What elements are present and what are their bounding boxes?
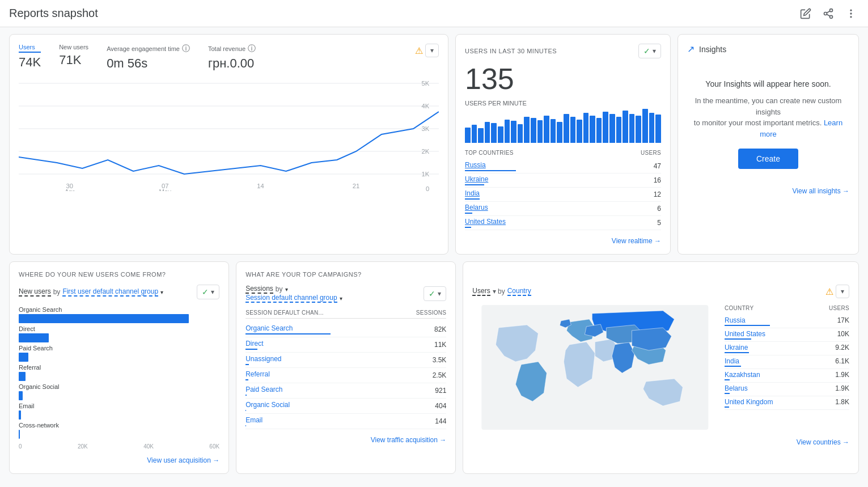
geo-country-bar bbox=[725, 366, 741, 367]
info-icon[interactable]: ⓘ bbox=[182, 44, 190, 54]
top-row: Users 74K New users 71K Average engageme… bbox=[9, 34, 859, 255]
session-value: 2.5K bbox=[433, 371, 447, 379]
session-name[interactable]: Email bbox=[245, 416, 262, 424]
session-col: Paid Search bbox=[245, 386, 282, 396]
geo-country-row: Russia 17K bbox=[725, 315, 849, 328]
session-value: 82K bbox=[434, 325, 446, 333]
realtime-bar bbox=[655, 115, 661, 143]
x-axis: 020K40K60K bbox=[19, 443, 219, 450]
share-icon[interactable] bbox=[820, 6, 836, 22]
realtime-bar bbox=[583, 113, 589, 143]
country-name[interactable]: Belarus bbox=[465, 204, 488, 211]
session-name[interactable]: Organic Social bbox=[245, 401, 290, 409]
geo-country-name[interactable]: India bbox=[725, 357, 741, 365]
svg-text:21: 21 bbox=[353, 183, 360, 189]
session-row: Unassigned 3.5K bbox=[245, 353, 446, 368]
country-row: Belarus 6 bbox=[465, 202, 661, 216]
sessions-label[interactable]: Sessions bbox=[245, 285, 273, 294]
card1-dropdown[interactable]: ▾ bbox=[425, 44, 439, 57]
realtime-bar bbox=[623, 111, 628, 143]
country-count: 6 bbox=[657, 205, 661, 213]
view-countries-link[interactable]: View countries → bbox=[797, 438, 849, 446]
horiz-bar-label: Organic Social bbox=[19, 383, 219, 390]
svg-text:4K: 4K bbox=[421, 103, 429, 109]
horiz-bar-label: Referral bbox=[19, 364, 219, 371]
sessions-by: by bbox=[276, 285, 283, 293]
geo-country-value: 17K bbox=[837, 316, 849, 326]
geo-country-name[interactable]: Kazakhstan bbox=[725, 371, 760, 379]
svg-line-4 bbox=[827, 11, 830, 12]
geo-list-header: COUNTRY USERS bbox=[725, 305, 849, 311]
horiz-bar-container: Organic Social bbox=[19, 383, 219, 400]
session-name[interactable]: Referral bbox=[245, 370, 270, 378]
view-all-insights-link[interactable]: View all insights → bbox=[793, 187, 850, 195]
view-traffic-link[interactable]: View traffic acquisition → bbox=[371, 436, 447, 444]
session-row: Organic Search 82K bbox=[245, 322, 446, 337]
session-col: Email bbox=[245, 416, 262, 426]
session-name[interactable]: Direct bbox=[245, 340, 263, 348]
chart-metric-label[interactable]: New users bbox=[19, 287, 51, 297]
country-name[interactable]: Russia bbox=[465, 161, 516, 169]
session-name[interactable]: Paid Search bbox=[245, 386, 282, 393]
geo-country-name[interactable]: Ukraine bbox=[725, 344, 749, 352]
x-axis-label: 20K bbox=[78, 443, 88, 450]
geo-country-bar bbox=[725, 338, 751, 340]
session-value: 144 bbox=[435, 417, 446, 425]
revenue-info-icon[interactable]: ⓘ bbox=[248, 44, 256, 54]
chart-dimension-label[interactable]: First user default channel group bbox=[62, 287, 158, 297]
edit-icon[interactable] bbox=[798, 6, 814, 22]
realtime-bar bbox=[577, 120, 582, 143]
geo-country-name[interactable]: United Kingdom bbox=[725, 398, 773, 406]
check-icon-3: ✓ bbox=[429, 289, 435, 298]
realtime-bar bbox=[505, 120, 510, 143]
realtime-bar bbox=[465, 128, 471, 143]
user-acq-dropdown[interactable]: ✓ ▾ bbox=[197, 285, 219, 299]
geo-metric-label[interactable]: Users bbox=[472, 287, 490, 296]
geo-country-name[interactable]: Belarus bbox=[725, 384, 748, 392]
realtime-header: USERS IN LAST 30 MINUTES ✓ ▾ bbox=[465, 44, 661, 58]
country-count: 47 bbox=[654, 162, 661, 170]
realtime-card: USERS IN LAST 30 MINUTES ✓ ▾ 135 USERS P… bbox=[455, 34, 671, 255]
insights-main-text: Your Insights will appear here soon. bbox=[687, 79, 849, 88]
realtime-title: USERS IN LAST 30 MINUTES bbox=[465, 48, 557, 54]
svg-point-1 bbox=[824, 12, 827, 15]
view-realtime-link[interactable]: View realtime → bbox=[612, 237, 661, 245]
campaigns-dropdown[interactable]: ✓ ▾ bbox=[424, 286, 446, 301]
country-name[interactable]: United States bbox=[465, 218, 506, 226]
view-countries-row: View countries → bbox=[472, 438, 849, 446]
country-name[interactable]: India bbox=[465, 189, 480, 197]
campaigns-dropdown-arrow[interactable]: ▾ bbox=[285, 286, 288, 293]
realtime-bar bbox=[603, 112, 608, 143]
header-actions bbox=[798, 6, 859, 22]
country-name[interactable]: Ukraine bbox=[465, 175, 488, 183]
geo-country-value: 1.9K bbox=[835, 384, 849, 394]
geo-country-col: Belarus bbox=[725, 384, 748, 394]
create-button[interactable]: Create bbox=[738, 149, 798, 169]
more-icon[interactable] bbox=[843, 6, 859, 22]
revenue-label: Total revenue ⓘ bbox=[208, 44, 256, 54]
geo-dropdown[interactable]: ▾ bbox=[836, 285, 849, 298]
svg-point-2 bbox=[830, 15, 833, 18]
session-channel-label[interactable]: Session default channel group bbox=[245, 294, 337, 303]
geo-country-name[interactable]: United States bbox=[725, 330, 765, 338]
geo-country-col: Russia bbox=[725, 316, 770, 326]
svg-point-0 bbox=[830, 9, 833, 11]
new-users-value: 71K bbox=[59, 53, 88, 67]
realtime-bar bbox=[649, 113, 655, 143]
realtime-dropdown[interactable]: ✓ ▾ bbox=[638, 44, 661, 58]
realtime-bar bbox=[596, 118, 602, 143]
geo-country-name[interactable]: Russia bbox=[725, 316, 770, 324]
geo-dimension[interactable]: Country bbox=[507, 287, 531, 296]
users-label[interactable]: Users bbox=[19, 44, 41, 53]
session-row: Email 144 bbox=[245, 414, 446, 429]
session-channel-arrow[interactable]: ▾ bbox=[340, 295, 342, 302]
revenue-value: грн.0.00 bbox=[208, 56, 256, 71]
session-row: Direct 11K bbox=[245, 337, 446, 353]
metrics-row: Users 74K New users 71K Average engageme… bbox=[19, 44, 256, 71]
session-name[interactable]: Organic Search bbox=[245, 324, 331, 332]
geo-country-row: Belarus 1.9K bbox=[725, 383, 849, 396]
view-user-acq-link[interactable]: View user acquisition → bbox=[147, 456, 219, 464]
chart-dropdown-arrow[interactable]: ▾ bbox=[160, 289, 163, 295]
session-name[interactable]: Unassigned bbox=[245, 355, 281, 363]
session-value: 11K bbox=[434, 341, 446, 349]
